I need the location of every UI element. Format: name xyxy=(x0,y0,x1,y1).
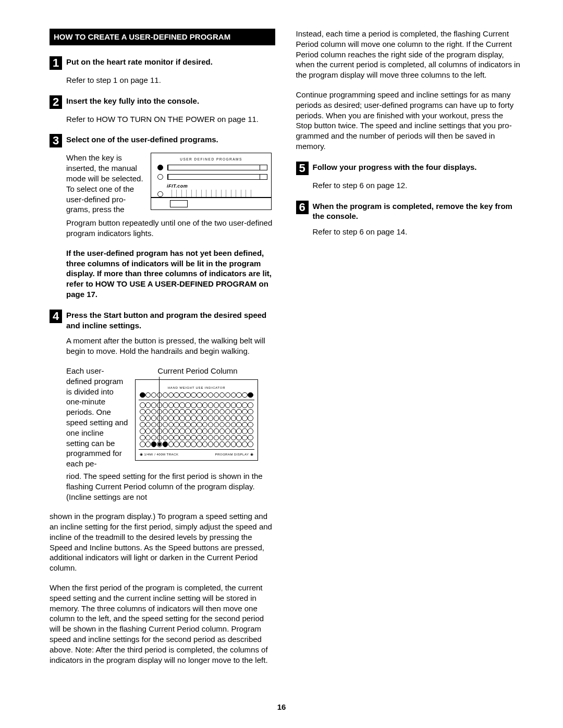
indicator-row xyxy=(140,409,253,415)
step-title-1: Put on the heart rate monitor if desired… xyxy=(66,56,275,67)
step-3-side-text: When the key is inserted, the manual mod… xyxy=(66,153,144,215)
step-6: 6 When the program is completed, remove … xyxy=(296,200,522,237)
step-number-3: 3 xyxy=(50,134,62,147)
step-2: 2 Insert the key fully into the console.… xyxy=(50,95,275,125)
step-4-p3: shown in the program display.) To progra… xyxy=(50,511,275,573)
step-number-4: 4 xyxy=(50,310,62,323)
indicator-row xyxy=(140,392,253,398)
fig2-footer-right: PROGRAM DISPLAY xyxy=(215,452,254,457)
fig1-label: USER DEFINED PROGRAMS xyxy=(151,157,271,162)
fig2-footer-left: 1/4MI / 400M TRACK xyxy=(139,452,178,457)
indicator-row xyxy=(140,441,253,447)
step-number-5: 5 xyxy=(296,162,309,175)
indicator-row xyxy=(140,435,253,441)
segment-band xyxy=(167,190,255,197)
step-body-1: Refer to step 1 on page 11. xyxy=(66,75,275,85)
ifit-logo: iFIT.com xyxy=(167,183,188,190)
step-4-figure-wrap: Each user-defined program is divided int… xyxy=(66,366,275,469)
indicator-dot xyxy=(157,191,163,197)
fig-baseline xyxy=(151,197,271,198)
step-title-2: Insert the key fully into the console. xyxy=(66,95,275,106)
step-title-4: Press the Start button and program the d… xyxy=(66,309,275,331)
step-4-p2: riod. The speed setting for the first pe… xyxy=(66,471,275,502)
step-4-side-text: Each user-defined program is divided int… xyxy=(66,366,129,469)
step-title-5: Follow your progress with the four displ… xyxy=(313,161,522,172)
step-body-5: Refer to step 6 on page 12. xyxy=(313,180,522,191)
step-body-6: Refer to step 6 on page 14. xyxy=(313,227,522,237)
step-number-2: 2 xyxy=(50,95,62,109)
indicator-row xyxy=(140,415,253,421)
current-period-pointer xyxy=(159,377,160,441)
step-3-figure-wrap: When the key is inserted, the manual mod… xyxy=(66,153,275,215)
step-4-p1: A moment after the button is pressed, th… xyxy=(66,336,275,356)
step-3-after: Program button repeatedly until one of t… xyxy=(66,218,275,239)
program-display-figure: HAND WEIGHT USE INDICATOR 1/4MI / 400M T… xyxy=(135,379,258,461)
manual-page: HOW TO CREATE A USER-DEFINED PROGRAM 1 P… xyxy=(0,0,563,728)
step-number-1: 1 xyxy=(50,56,62,70)
step-3: 3 Select one of the user-defined program… xyxy=(50,133,275,147)
page-number: 16 xyxy=(0,702,563,712)
fig2-top-label: HAND WEIGHT USE INDICATOR xyxy=(139,386,254,390)
program-display-figure-outer: Current Period Column HAND WEIGHT USE IN… xyxy=(135,366,260,461)
step-body-2: Refer to HOW TO TURN ON THE POWER on pag… xyxy=(66,114,275,125)
step-number-6: 6 xyxy=(296,201,309,214)
step-title-6: When the program is completed, remove th… xyxy=(313,200,522,222)
step-4: 4 Press the Start button and program the… xyxy=(50,309,275,331)
step-4-p5: Continue programming speed and incline s… xyxy=(296,90,522,152)
step-3-bold-note: If the user-defined program has not yet … xyxy=(66,248,275,300)
indicator-row xyxy=(140,402,253,408)
step-title-3: Select one of the user-defined programs. xyxy=(66,133,275,145)
indicator-dot xyxy=(157,174,163,180)
fig-bottom-cell xyxy=(170,200,188,207)
indicator-row xyxy=(140,428,253,434)
indicator-dot xyxy=(157,165,163,170)
indicator-row xyxy=(140,422,253,428)
fig2-caption: Current Period Column xyxy=(135,366,260,376)
section-heading: HOW TO CREATE A USER-DEFINED PROGRAM xyxy=(50,29,275,45)
program-bar xyxy=(167,174,267,180)
step-5: 5 Follow your progress with the four dis… xyxy=(296,161,522,191)
step-1: 1 Put on the heart rate monitor if desir… xyxy=(50,56,275,85)
user-defined-programs-figure: USER DEFINED PROGRAMS iFIT.com xyxy=(151,153,272,210)
program-bar xyxy=(167,165,267,170)
